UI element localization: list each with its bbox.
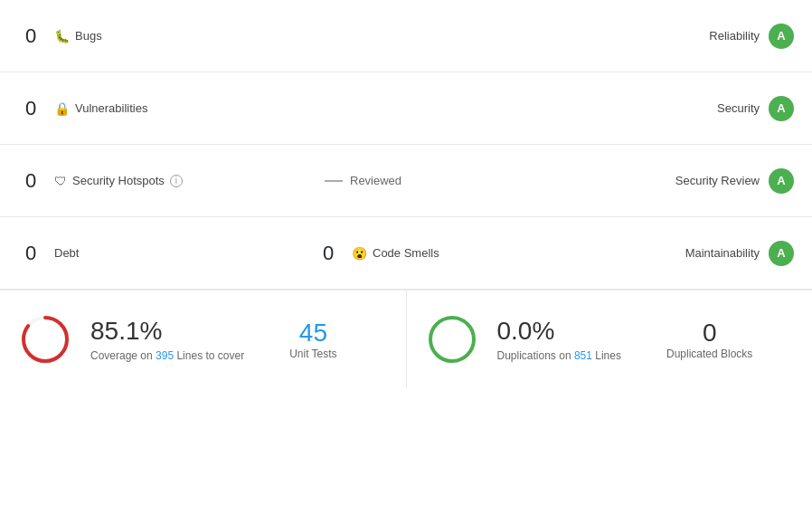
coverage-panel: 85.1% Coverage on 395 Lines to cover 45 … [0, 291, 407, 388]
unit-tests-label: Unit Tests [289, 348, 336, 360]
bugs-row: 0 🐛 Bugs Reliability A [0, 0, 812, 72]
maintainability-label: Maintainability [685, 246, 760, 260]
coverage-lines-link[interactable]: 395 [156, 349, 174, 362]
security-hotspots-row: 0 🛡 Security Hotspots i Reviewed Securit… [0, 145, 812, 217]
lock-icon: 🔒 [54, 101, 70, 116]
coverage-sub: Coverage on 395 Lines to cover [90, 349, 244, 362]
smell-icon: 😮 [352, 246, 367, 261]
duplications-info: 0.0% Duplications on 851 Lines [497, 317, 621, 362]
duplications-circle [425, 312, 479, 367]
maintainability-right: Maintainability A [613, 241, 794, 266]
vulnerabilities-row: 0 🔒 Vulnerabilities Security A [0, 72, 812, 145]
vulnerabilities-value[interactable]: 0 [18, 97, 43, 120]
security-review-label: Security Review [675, 174, 760, 187]
duplications-lines-link[interactable]: 851 [574, 349, 592, 362]
dup-blocks-label: Duplicated Blocks [666, 348, 752, 360]
bottom-section: 85.1% Coverage on 395 Lines to cover 45 … [0, 290, 812, 388]
bug-icon: 🐛 [54, 29, 70, 43]
hotspots-left: 0 🛡 Security Hotspots i [18, 169, 325, 193]
hotspots-value[interactable]: 0 [18, 169, 43, 193]
code-smells-label: 😮 Code Smells [352, 246, 439, 261]
coverage-percentage[interactable]: 85.1% [90, 317, 244, 346]
debt-label: Debt [54, 246, 79, 260]
debt-left: 0 Debt [18, 242, 316, 265]
dup-blocks-count[interactable]: 0 [703, 319, 717, 348]
coverage-circle [18, 312, 72, 367]
reliability-grade: A [769, 24, 794, 49]
bugs-left: 0 🐛 Bugs [18, 24, 631, 48]
duplications-sub: Duplications on 851 Lines [497, 349, 621, 362]
hotspots-right: Security Review A [631, 168, 794, 194]
bugs-label: 🐛 Bugs [54, 29, 102, 43]
code-smells-value[interactable]: 0 [316, 242, 341, 265]
code-smells-section: 0 😮 Code Smells [316, 242, 613, 265]
vulnerabilities-label: 🔒 Vulnerabilities [54, 101, 147, 116]
unit-tests-count[interactable]: 45 [299, 319, 327, 348]
debt-value[interactable]: 0 [18, 242, 43, 265]
vulnerabilities-right: Security A [631, 96, 794, 121]
shield-icon: 🛡 [54, 174, 67, 188]
dash-separator [325, 180, 343, 182]
debt-codesmells-row: 0 Debt 0 😮 Code Smells Maintainability A [0, 217, 812, 290]
security-review-grade: A [769, 168, 794, 194]
vulnerabilities-left: 0 🔒 Vulnerabilities [18, 97, 631, 120]
hotspots-middle: Reviewed [325, 174, 631, 187]
security-grade: A [769, 96, 794, 121]
maintainability-grade: A [769, 241, 794, 266]
coverage-info: 85.1% Coverage on 395 Lines to cover [90, 317, 244, 362]
security-label: Security [717, 101, 760, 115]
bugs-right: Reliability A [631, 24, 794, 49]
reviewed-label: Reviewed [350, 174, 401, 187]
unit-tests-section: 45 Unit Tests [262, 319, 364, 360]
duplications-panel: 0.0% Duplications on 851 Lines 0 Duplica… [407, 291, 813, 388]
duplications-percentage[interactable]: 0.0% [497, 317, 621, 346]
hotspots-label: 🛡 Security Hotspots i [54, 174, 183, 188]
dup-blocks-section: 0 Duplicated Blocks [639, 319, 779, 360]
info-icon[interactable]: i [170, 175, 183, 187]
reliability-label: Reliability [709, 29, 760, 43]
svg-point-2 [430, 318, 474, 361]
bugs-value[interactable]: 0 [18, 24, 43, 48]
